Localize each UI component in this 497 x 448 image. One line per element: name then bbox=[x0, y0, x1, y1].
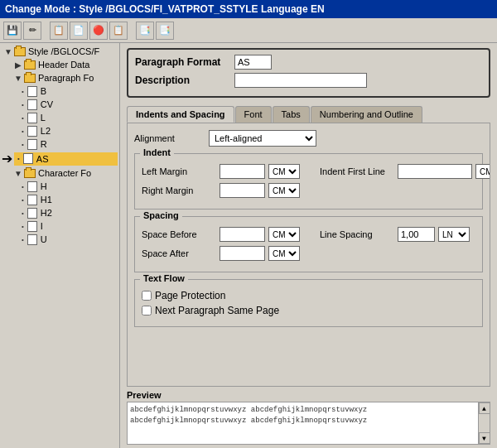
indent-title: Indent bbox=[140, 147, 174, 157]
line-spacing-label: Line Spacing bbox=[320, 229, 394, 239]
bullet-i: • bbox=[22, 223, 24, 230]
paragraph-format-label: Paragraph Format bbox=[135, 56, 234, 68]
tree-item-i[interactable]: • I bbox=[2, 219, 118, 233]
doc-b-icon bbox=[26, 85, 39, 97]
arrow-indicator: ➔ bbox=[2, 151, 12, 166]
folder-style-icon bbox=[13, 46, 27, 57]
tree-item-style[interactable]: ▼ Style /BGLOCS/F bbox=[2, 45, 118, 58]
folder-paragraph-icon bbox=[23, 72, 36, 84]
right-margin-row: Right Margin CM ▼ bbox=[142, 183, 475, 198]
preview-section: Preview abcdefghijklmnopqrstuvwxyz abcde… bbox=[127, 390, 490, 445]
right-margin-input[interactable] bbox=[220, 183, 265, 198]
scroll-down-btn[interactable]: ▼ bbox=[479, 432, 490, 444]
expand-paragraph[interactable]: ▼ bbox=[13, 74, 23, 83]
alignment-section: Alignment Left-aligned Right-aligned Cen… bbox=[134, 130, 483, 147]
space-after-row: Space After CM ▼ bbox=[142, 246, 475, 261]
folder-character-icon bbox=[23, 167, 36, 179]
toolbar-btn-2[interactable]: ✏ bbox=[23, 22, 41, 40]
indent-first-input[interactable] bbox=[398, 164, 472, 179]
space-before-label: Space Before bbox=[142, 229, 216, 239]
toolbar: 💾 ✏ 📋 📄 🔴 📋 📑 📑 bbox=[0, 18, 497, 43]
title-text: Change Mode : Style /BGLOCS/FI_VATPROT_S… bbox=[5, 3, 325, 15]
tab-content-indents: Alignment Left-aligned Right-aligned Cen… bbox=[127, 123, 490, 387]
description-input[interactable] bbox=[234, 73, 367, 88]
style-label: Style /BGLOCS/F bbox=[28, 46, 99, 56]
tree-item-paragraph[interactable]: ▼ Paragraph Fo bbox=[2, 71, 118, 84]
space-before-unit[interactable]: CM ▼ bbox=[268, 227, 300, 242]
left-margin-input[interactable] bbox=[220, 164, 265, 179]
space-after-input[interactable] bbox=[220, 246, 265, 261]
l-label: L bbox=[41, 113, 46, 123]
left-panel: ▼ Style /BGLOCS/F ▶ Header Data ▼ Paragr… bbox=[0, 43, 120, 448]
left-margin-row: Left Margin CM ▼ Indent First Line CM ▼ bbox=[142, 164, 475, 179]
tree-item-h2[interactable]: • H2 bbox=[2, 206, 118, 219]
tree-item-l[interactable]: • L bbox=[2, 111, 118, 124]
top-form: Paragraph Format Description bbox=[127, 48, 490, 98]
tree-item-l2[interactable]: • L2 bbox=[2, 124, 118, 137]
doc-r-icon bbox=[26, 138, 39, 150]
doc-i-icon bbox=[26, 220, 39, 232]
description-label: Description bbox=[135, 75, 234, 86]
toolbar-btn-1[interactable]: 💾 bbox=[3, 22, 22, 40]
tree-item-character[interactable]: ▼ Character Fo bbox=[2, 166, 118, 180]
u-label: U bbox=[41, 234, 47, 244]
cv-label: CV bbox=[41, 99, 53, 109]
next-paragraph-checkbox[interactable] bbox=[142, 306, 152, 316]
text-flow-title: Text Flow bbox=[140, 273, 188, 283]
toolbar-btn-5[interactable]: 🔴 bbox=[89, 22, 108, 40]
bullet-h2: • bbox=[22, 210, 24, 217]
doc-cv-icon bbox=[26, 99, 39, 110]
doc-h1-icon bbox=[26, 194, 39, 205]
toolbar-btn-3[interactable]: 📋 bbox=[50, 22, 68, 40]
spacing-section: Spacing Space Before CM ▼ Line Spacing L… bbox=[134, 216, 483, 272]
right-margin-unit[interactable]: CM ▼ bbox=[268, 183, 300, 198]
i-label: I bbox=[41, 221, 43, 231]
bullet-h1: • bbox=[22, 196, 24, 204]
paragraph-format-input[interactable] bbox=[234, 55, 272, 70]
l2-label: L2 bbox=[41, 126, 51, 136]
bullet-r: • bbox=[22, 141, 24, 148]
line-spacing-unit[interactable]: LN ▼ bbox=[438, 227, 470, 242]
doc-h-icon bbox=[26, 181, 39, 192]
doc-u-icon bbox=[26, 234, 39, 245]
expand-header[interactable]: ▶ bbox=[13, 60, 23, 70]
description-row: Description bbox=[135, 73, 482, 88]
bullet-l2: • bbox=[22, 128, 24, 135]
left-margin-unit[interactable]: CM ▼ bbox=[268, 164, 300, 179]
space-after-label: Space After bbox=[142, 248, 216, 258]
tree-item-h1[interactable]: • H1 bbox=[2, 193, 118, 206]
tree-item-r[interactable]: • R bbox=[2, 137, 118, 151]
expand-style[interactable]: ▼ bbox=[3, 47, 13, 56]
h2-label: H2 bbox=[41, 208, 52, 218]
toolbar-btn-4[interactable]: 📄 bbox=[70, 22, 88, 40]
tree-item-b[interactable]: • B bbox=[2, 84, 118, 98]
toolbar-btn-6[interactable]: 📋 bbox=[109, 22, 128, 40]
tree-item-header[interactable]: ▶ Header Data bbox=[2, 58, 118, 71]
space-after-unit[interactable]: CM ▼ bbox=[268, 246, 300, 261]
tab-font[interactable]: Font bbox=[235, 106, 272, 123]
bullet-l: • bbox=[22, 114, 24, 122]
toolbar-btn-7[interactable]: 📑 bbox=[136, 22, 154, 40]
tab-indents[interactable]: Indents and Spacing bbox=[127, 106, 234, 123]
tree-item-h[interactable]: • H bbox=[2, 180, 118, 193]
toolbar-btn-8[interactable]: 📑 bbox=[156, 22, 174, 40]
preview-text-1: abcdefghijklmnopqrstuvwxyz abcdefghijklm… bbox=[130, 405, 475, 426]
expand-character[interactable]: ▼ bbox=[13, 169, 23, 178]
tree-item-cv[interactable]: • CV bbox=[2, 98, 118, 111]
scroll-up-btn[interactable]: ▲ bbox=[479, 402, 490, 414]
page-protection-checkbox[interactable] bbox=[142, 291, 152, 301]
doc-h2-icon bbox=[26, 207, 39, 219]
alignment-select[interactable]: Left-aligned Right-aligned Centered Just… bbox=[209, 130, 316, 147]
tree-item-as[interactable]: • AS bbox=[14, 152, 118, 166]
indent-first-unit[interactable]: CM ▼ bbox=[475, 164, 490, 179]
space-before-input[interactable] bbox=[220, 227, 265, 242]
line-spacing-input[interactable] bbox=[398, 227, 435, 242]
tab-numbering[interactable]: Numbering and Outline bbox=[311, 106, 422, 123]
tab-tabs[interactable]: Tabs bbox=[273, 106, 310, 123]
preview-box: abcdefghijklmnopqrstuvwxyz abcdefghijklm… bbox=[127, 402, 490, 445]
indent-first-label: Indent First Line bbox=[320, 166, 394, 176]
page-protection-row: Page Protection bbox=[142, 290, 475, 301]
title-bar: Change Mode : Style /BGLOCS/FI_VATPROT_S… bbox=[0, 0, 497, 18]
bullet-cv: • bbox=[22, 101, 24, 108]
tree-item-u[interactable]: • U bbox=[2, 233, 118, 246]
